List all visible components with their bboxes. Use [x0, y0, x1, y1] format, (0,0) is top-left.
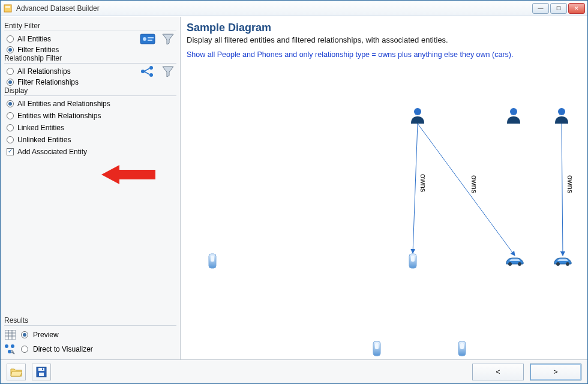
main-panel: Sample Diagram Display all filtered enti… — [181, 17, 587, 359]
svg-point-18 — [11, 344, 14, 348]
phone-node[interactable] — [409, 253, 417, 269]
svg-rect-0 — [4, 5, 11, 12]
svg-rect-34 — [460, 343, 464, 349]
filter-note: Show all People and Phones and only rela… — [187, 50, 581, 59]
display-all-ent-rel[interactable]: All Entities and Relationships — [4, 98, 176, 109]
svg-point-35 — [508, 262, 512, 266]
entity-filter-actions — [4, 31, 176, 47]
svg-rect-28 — [211, 256, 214, 262]
phone-node[interactable] — [458, 341, 466, 356]
results-direct-label: Direct to Visualizer — [33, 345, 93, 353]
close-button[interactable]: ✕ — [568, 3, 585, 14]
relationship-filter-filter-label: Filter Relationships — [17, 78, 79, 86]
window-title: Advanced Dataset Builder — [16, 4, 532, 13]
relationship-graph-icon[interactable] — [139, 64, 156, 79]
display-unlinked[interactable]: Unlinked Entities — [4, 134, 176, 145]
edge-label: owns — [470, 175, 479, 193]
open-button[interactable] — [7, 364, 26, 380]
titlebar: Advanced Dataset Builder — ☐ ✕ — [1, 1, 587, 16]
svg-point-25 — [510, 108, 517, 115]
relationship-filter-actions — [4, 64, 176, 79]
svg-point-37 — [556, 262, 560, 266]
svg-line-23 — [562, 124, 563, 256]
back-button[interactable]: < — [472, 364, 524, 380]
entity-filter-header: Entity Filter — [4, 22, 176, 31]
visualizer-icon — [4, 344, 16, 355]
results-direct-row[interactable]: Direct to Visualizer — [4, 343, 176, 356]
footer: < > — [1, 359, 587, 383]
edge-layer — [187, 77, 581, 356]
diagram-canvas: ownsownsowns — [187, 77, 581, 356]
display-add-associated-label: Add Associated Entity — [17, 148, 87, 156]
page-subtitle: Display all filtered entities and filter… — [187, 35, 581, 44]
svg-rect-4 — [148, 37, 154, 38]
app-window: Advanced Dataset Builder — ☐ ✕ Entity Fi… — [0, 0, 588, 384]
svg-marker-11 — [101, 165, 155, 184]
maximize-button[interactable]: ☐ — [550, 3, 567, 14]
grid-icon — [4, 329, 16, 340]
content-area: Entity Filter All Entities Filter Entiti… — [1, 16, 587, 359]
car-node[interactable] — [505, 256, 525, 266]
svg-rect-41 — [39, 373, 44, 376]
app-icon — [3, 4, 13, 13]
svg-rect-42 — [42, 368, 43, 370]
svg-rect-32 — [375, 343, 379, 349]
phone-node[interactable] — [373, 341, 381, 356]
svg-point-26 — [558, 108, 565, 115]
svg-rect-2 — [140, 34, 155, 44]
svg-rect-5 — [148, 40, 152, 41]
svg-rect-40 — [38, 368, 44, 371]
window-controls: — ☐ ✕ — [532, 3, 585, 14]
svg-rect-1 — [5, 6, 10, 8]
svg-point-8 — [149, 73, 153, 77]
svg-line-10 — [144, 71, 149, 74]
svg-point-3 — [143, 37, 146, 41]
display-all-ent-rel-label: All Entities and Relationships — [17, 100, 110, 108]
svg-line-21 — [413, 124, 418, 253]
display-header: Display — [4, 86, 176, 96]
svg-point-38 — [566, 262, 569, 266]
svg-rect-30 — [411, 256, 415, 262]
phone-node[interactable] — [208, 253, 217, 269]
results-header: Results — [4, 316, 176, 326]
person-node[interactable] — [410, 107, 425, 124]
svg-point-7 — [149, 66, 153, 70]
svg-line-9 — [144, 68, 149, 71]
svg-point-24 — [414, 108, 421, 115]
svg-rect-12 — [5, 330, 16, 340]
display-unlinked-label: Unlinked Entities — [17, 136, 71, 144]
svg-line-22 — [418, 124, 515, 256]
results-preview-row[interactable]: Preview — [4, 328, 176, 341]
edge-label: owns — [566, 175, 575, 193]
person-node[interactable] — [554, 107, 569, 124]
edge-label: owns — [419, 174, 428, 192]
entity-card-icon[interactable] — [139, 31, 156, 47]
relationship-filter-header: Relationship Filter — [4, 54, 176, 64]
results-preview-label: Preview — [33, 331, 59, 339]
car-node[interactable] — [553, 256, 573, 266]
display-add-associated[interactable]: Add Associated Entity — [4, 146, 176, 157]
person-node[interactable] — [506, 107, 521, 124]
display-ent-with-rel-label: Entities with Relationships — [17, 112, 101, 120]
footer-nav: < > — [472, 364, 581, 380]
display-linked[interactable]: Linked Entities — [4, 122, 176, 133]
display-linked-label: Linked Entities — [17, 124, 64, 132]
save-button[interactable] — [32, 364, 51, 380]
next-button[interactable]: > — [530, 364, 581, 380]
svg-point-36 — [518, 262, 521, 266]
relationship-funnel-icon[interactable] — [160, 64, 176, 79]
page-title: Sample Diagram — [187, 22, 581, 34]
entity-funnel-icon[interactable] — [160, 31, 176, 47]
annotation-arrow-icon — [101, 163, 161, 188]
svg-point-17 — [5, 344, 8, 348]
display-ent-with-rel[interactable]: Entities with Relationships — [4, 110, 176, 121]
entity-filter-filter-label: Filter Entities — [17, 46, 59, 54]
minimize-button[interactable]: — — [532, 3, 549, 14]
sidebar: Entity Filter All Entities Filter Entiti… — [1, 17, 181, 359]
